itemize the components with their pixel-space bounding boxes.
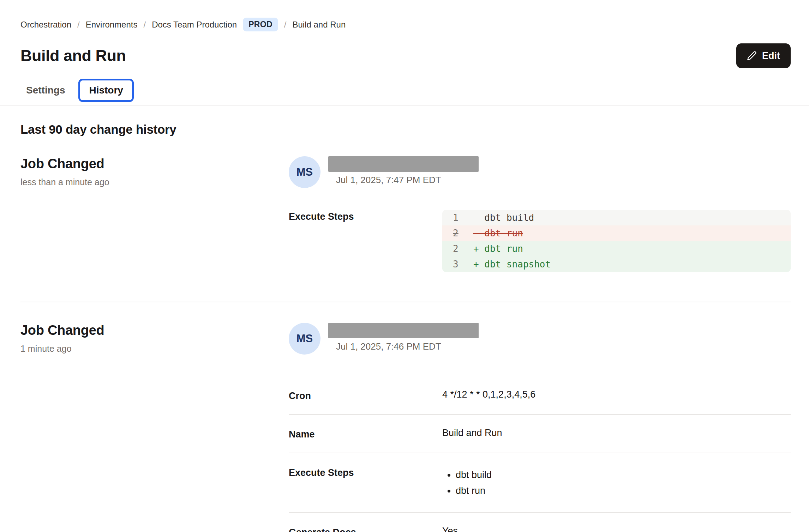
diff-line-text: + dbt run [473,241,523,256]
entry-title: Job Changed [20,156,289,171]
breadcrumb: Orchestration / Environments / Docs Team… [20,18,791,31]
breadcrumb-current-job: Build and Run [292,20,346,30]
breadcrumb-separator: / [284,20,287,30]
diff-line-added: 3+ dbt snapshot [442,256,791,272]
entry-relative-time: 1 minute ago [20,344,289,354]
redacted-user-name [328,323,479,338]
execute-steps-diff: 1 dbt build2- dbt run2+ dbt run3+ dbt sn… [442,210,791,272]
entry-timestamp: Jul 1, 2025, 7:47 PM EDT [328,175,479,186]
change-value-item: dbt build [456,468,791,482]
edit-button-label: Edit [762,50,780,61]
pencil-icon [747,51,757,61]
tab-settings[interactable]: Settings [16,79,75,102]
change-label: Generate Docs [289,526,442,532]
change-value: Build and Run [442,428,791,439]
change-value: dbt builddbt run [442,466,791,500]
entry-details: MS Jul 1, 2025, 7:47 PM EDT Execute Step… [289,156,791,272]
page-title: Build and Run [20,47,126,65]
edit-button[interactable]: Edit [736,43,791,68]
diff-line-text: - dbt run [473,225,523,241]
change-label: Cron [289,389,442,401]
change-history-heading: Last 90 day change history [20,122,791,137]
change-value-item: dbt run [456,484,791,498]
diff-line-text: + dbt snapshot [473,256,551,272]
diff-line-number: 2 [453,225,473,241]
diff-line-added: 2+ dbt run [442,241,791,256]
breadcrumb-environments[interactable]: Environments [86,20,138,30]
job-history-page: Orchestration / Environments / Docs Team… [0,0,809,532]
redacted-user-name [328,156,479,172]
avatar: MS [289,156,320,188]
history-entry: Job Changed 1 minute ago MS Jul 1, 2025,… [20,323,791,532]
diff-line-text: dbt build [473,210,534,225]
diff-line-context: 1 dbt build [442,210,791,225]
change-label: Name [289,428,442,440]
entry-timestamp: Jul 1, 2025, 7:46 PM EDT [328,341,479,352]
change-value: 1 dbt build2- dbt run2+ dbt run3+ dbt sn… [442,210,791,272]
change-row: Execute Stepsdbt builddbt run [289,453,791,513]
entry-details: MS Jul 1, 2025, 7:46 PM EDT Cron4 */12 *… [289,323,791,532]
tab-bar: Settings History [0,76,809,105]
tab-history[interactable]: History [78,79,133,102]
page-header: Build and Run Edit [20,43,791,68]
entry-user-info: Jul 1, 2025, 7:46 PM EDT [328,323,479,352]
diff-line-removed: 2- dbt run [442,225,791,241]
entry-user-row: MS Jul 1, 2025, 7:47 PM EDT [289,156,791,188]
breadcrumb-orchestration[interactable]: Orchestration [20,20,71,30]
change-label: Execute Steps [289,210,442,222]
change-row: Generate DocsYes [289,513,791,532]
prod-environment-badge: PROD [243,18,278,31]
change-value-list: dbt builddbt run [442,468,791,498]
entry-summary: Job Changed 1 minute ago [20,323,289,532]
entry-divider [20,302,791,302]
change-label: Execute Steps [289,466,442,478]
entry-user-info: Jul 1, 2025, 7:47 PM EDT [328,156,479,186]
entry-change-rows: Cron4 */12 * * 0,1,2,3,4,5,6NameBuild an… [289,376,791,532]
diff-line-number: 3 [453,256,473,272]
entry-user-row: MS Jul 1, 2025, 7:46 PM EDT [289,323,791,355]
entry-summary: Job Changed less than a minute ago [20,156,289,272]
breadcrumb-separator: / [77,20,80,30]
change-value: Yes [442,526,791,532]
history-entry: Job Changed less than a minute ago MS Ju… [20,156,791,272]
diff-line-number: 2 [453,241,473,256]
entry-relative-time: less than a minute ago [20,177,289,187]
diff-line-number: 1 [453,210,473,225]
entry-change-rows: Execute Steps1 dbt build2- dbt run2+ dbt… [289,210,791,272]
change-row: Cron4 */12 * * 0,1,2,3,4,5,6 [289,376,791,415]
breadcrumb-separator: / [143,20,146,30]
change-row: Execute Steps1 dbt build2- dbt run2+ dbt… [289,210,791,272]
change-row: NameBuild and Run [289,415,791,453]
breadcrumb-environment-name[interactable]: Docs Team Production [152,20,237,30]
entry-title: Job Changed [20,323,289,338]
change-history-list: Job Changed less than a minute ago MS Ju… [20,156,791,532]
avatar: MS [289,323,320,355]
change-value: 4 */12 * * 0,1,2,3,4,5,6 [442,389,791,400]
